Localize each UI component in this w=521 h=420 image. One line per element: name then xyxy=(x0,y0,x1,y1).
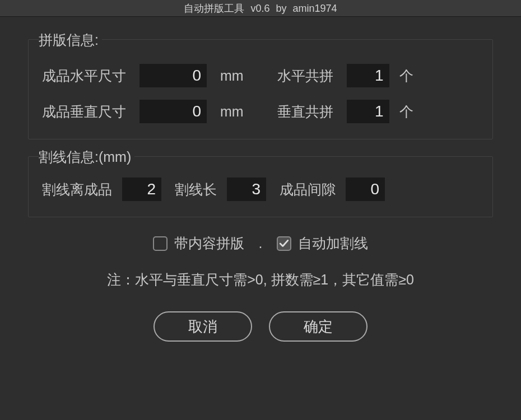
input-h-count[interactable] xyxy=(347,64,389,87)
checkbox-auto-cutline[interactable] xyxy=(277,236,291,251)
separator-dot: . xyxy=(259,235,263,251)
window-title: 自动拼版工具 v0.6 by amin1974 xyxy=(184,2,337,15)
imposition-info-title: 拼版信息: xyxy=(39,31,102,49)
unit-ge-1: 个 xyxy=(399,67,413,85)
input-cutline-length[interactable] xyxy=(227,178,266,201)
label-v-count: 垂直共拼 xyxy=(277,102,333,121)
input-cutline-distance[interactable] xyxy=(122,178,161,201)
unit-mm-2: mm xyxy=(220,104,244,120)
ok-button[interactable]: 确定 xyxy=(269,311,368,342)
checkbox-group-content: 带内容拼版 xyxy=(153,234,244,253)
row-cutline: 割线离成品 割线长 成品间隙 xyxy=(42,178,479,201)
checkbox-group-autocut: 自动加割线 xyxy=(277,234,368,253)
check-icon xyxy=(279,239,289,249)
label-product-v-size: 成品垂直尺寸 xyxy=(42,102,126,121)
label-product-gap: 成品间隙 xyxy=(280,180,336,199)
checkbox-label-autocut: 自动加割线 xyxy=(298,234,368,253)
unit-ge-2: 个 xyxy=(399,102,413,121)
row-vertical: 成品垂直尺寸 mm 垂直共拼 个 xyxy=(42,100,479,123)
input-product-gap[interactable] xyxy=(346,178,385,201)
checkbox-with-content[interactable] xyxy=(153,236,168,251)
label-cutline-distance: 割线离成品 xyxy=(42,180,112,199)
imposition-info-section: 拼版信息: 成品水平尺寸 mm 水平共拼 个 成品垂直尺寸 mm 垂直共拼 xyxy=(28,39,493,139)
row-horizontal: 成品水平尺寸 mm 水平共拼 个 xyxy=(42,64,479,87)
label-product-h-size: 成品水平尺寸 xyxy=(42,67,126,85)
checkbox-row: 带内容拼版 . 自动加割线 xyxy=(28,234,493,253)
input-product-h-size[interactable] xyxy=(139,64,207,87)
cutline-info-section: 割线信息:(mm) 割线离成品 割线长 成品间隙 xyxy=(28,156,493,217)
note-text: 注：水平与垂直尺寸需>0, 拼数需≥1，其它值需≥0 xyxy=(28,270,493,289)
checkbox-label-content: 带内容拼版 xyxy=(174,234,244,253)
unit-mm-1: mm xyxy=(220,68,244,84)
input-v-count[interactable] xyxy=(347,100,389,123)
button-row: 取消 确定 xyxy=(28,311,493,342)
input-product-v-size[interactable] xyxy=(139,100,207,123)
cutline-info-title: 割线信息:(mm) xyxy=(39,148,134,166)
cancel-button[interactable]: 取消 xyxy=(153,311,252,342)
label-cutline-length: 割线长 xyxy=(175,180,217,199)
label-h-count: 水平共拼 xyxy=(277,67,333,85)
dialog-content: 拼版信息: 成品水平尺寸 mm 水平共拼 个 成品垂直尺寸 mm 垂直共拼 xyxy=(0,17,521,358)
titlebar: 自动拼版工具 v0.6 by amin1974 xyxy=(0,0,521,17)
